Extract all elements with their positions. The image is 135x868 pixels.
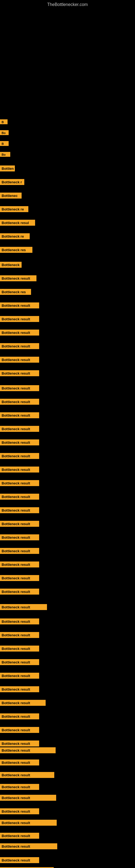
bottleneck-bar-label-38: Bottleneck result — [0, 632, 39, 638]
bottleneck-bar-32: Bottleneck result — [0, 548, 39, 554]
bottleneck-bar-label-3: Bo — [0, 152, 10, 157]
bottleneck-bar-20: Bottleneck result — [0, 385, 39, 391]
bottleneck-bar-label-39: Bottleneck result — [0, 646, 39, 652]
bottleneck-bar-label-29: Bottleneck result — [0, 507, 39, 513]
bottleneck-bar-label-45: Bottleneck result — [0, 727, 39, 733]
bottleneck-bar-19: Bottleneck result — [0, 370, 39, 376]
bottleneck-bar-41: Bottleneck result — [0, 673, 39, 679]
bottleneck-bar-label-36: Bottleneck result — [0, 604, 47, 610]
bottleneck-bar-label-30: Bottleneck result — [0, 521, 39, 527]
bottleneck-bar-27: Bottleneck result — [0, 480, 39, 486]
bottleneck-bar-25: Bottleneck result — [0, 453, 39, 459]
bottleneck-bar-24: Bottleneck result — [0, 439, 39, 445]
bottleneck-bar-36: Bottleneck result — [0, 604, 47, 610]
bottleneck-bar-43: Bottleneck result — [0, 700, 46, 706]
bottleneck-bar-label-23: Bottleneck result — [0, 426, 39, 432]
bottleneck-bar-label-35: Bottleneck result — [0, 589, 39, 595]
bottleneck-bar-9: Bottleneck re — [0, 233, 30, 239]
bottleneck-bar-38: Bottleneck result — [0, 632, 39, 638]
bottleneck-bar-label-46: Bottleneck result — [0, 741, 39, 746]
bottleneck-bar-label-26: Bottleneck result — [0, 467, 39, 472]
bottleneck-bar-52: Bottleneck result — [0, 808, 39, 814]
bottleneck-bar-label-48: Bottleneck result — [0, 760, 39, 766]
bottleneck-bar-label-33: Bottleneck result — [0, 561, 39, 567]
bottleneck-bar-4: Bottlen — [0, 165, 15, 172]
bottleneck-bar-label-41: Bottleneck result — [0, 673, 39, 679]
bottleneck-bar-label-27: Bottleneck result — [0, 480, 39, 486]
bottleneck-bar-23: Bottleneck result — [0, 426, 39, 432]
bottleneck-bar-label-32: Bottleneck result — [0, 548, 39, 554]
bottleneck-bar-label-5: Bottleneck r — [0, 179, 24, 185]
bottleneck-bar-label-0: B — [0, 119, 8, 124]
bottleneck-bar-label-14: Bottleneck result — [0, 303, 39, 308]
bottleneck-bar-37: Bottleneck result — [0, 618, 39, 624]
bottleneck-bar-label-37: Bottleneck result — [0, 618, 39, 624]
bottleneck-bar-label-9: Bottleneck re — [0, 233, 30, 239]
bottleneck-bar-8: Bottleneck resul — [0, 220, 35, 226]
bottleneck-bar-label-51: Bottleneck result — [0, 795, 56, 801]
bottleneck-bar-16: Bottleneck result — [0, 330, 39, 336]
bottleneck-bar-31: Bottleneck result — [0, 534, 39, 540]
bottleneck-bar-label-7: Bottleneck re — [0, 206, 28, 212]
bottleneck-bar-56: Bottleneck result — [0, 857, 39, 863]
bottleneck-bar-46: Bottleneck result — [0, 741, 39, 746]
bottleneck-bar-label-53: Bottleneck result — [0, 820, 57, 826]
bottleneck-bar-label-55: Bottleneck result — [0, 843, 57, 849]
bottleneck-bar-label-13: Bottleneck res — [0, 289, 31, 295]
bottleneck-bar-label-21: Bottleneck result — [0, 399, 39, 405]
bottleneck-bar-51: Bottleneck result — [0, 795, 56, 801]
bottleneck-bar-label-20: Bottleneck result — [0, 385, 39, 391]
bottleneck-bar-label-12: Bottleneck result — [0, 275, 37, 281]
bottleneck-bar-label-4: Bottlen — [0, 165, 15, 172]
bottleneck-bar-label-1: Bo — [0, 130, 9, 135]
bottleneck-bar-12: Bottleneck result — [0, 275, 37, 281]
bottleneck-bar-49: Bottleneck result — [0, 772, 54, 778]
bottleneck-bar-14: Bottleneck result — [0, 303, 39, 308]
bottleneck-bar-28: Bottleneck result — [0, 494, 39, 500]
bottleneck-bar-label-54: Bottleneck result — [0, 833, 39, 839]
bottleneck-bar-label-34: Bottleneck result — [0, 575, 39, 581]
bottleneck-bar-22: Bottleneck result — [0, 412, 39, 418]
bottleneck-bar-30: Bottleneck result — [0, 521, 39, 527]
bottleneck-bar-44: Bottleneck result — [0, 713, 39, 719]
bottleneck-bar-15: Bottleneck result — [0, 316, 39, 322]
bottleneck-bar-5: Bottleneck r — [0, 179, 24, 185]
bottleneck-bar-3: Bo — [0, 152, 10, 157]
bottleneck-bar-label-52: Bottleneck result — [0, 808, 39, 814]
bottleneck-bar-17: Bottleneck result — [0, 343, 39, 349]
bottleneck-bar-33: Bottleneck result — [0, 561, 39, 567]
bottleneck-bar-0: B — [0, 119, 8, 124]
bottleneck-bar-label-49: Bottleneck result — [0, 772, 54, 778]
bottleneck-bar-label-16: Bottleneck result — [0, 330, 39, 336]
bottleneck-bar-11: Bottleneck — [0, 262, 21, 268]
bottleneck-bar-label-24: Bottleneck result — [0, 439, 39, 445]
bottleneck-bar-48: Bottleneck result — [0, 760, 39, 766]
bottleneck-bar-label-43: Bottleneck result — [0, 700, 46, 706]
bars-container: BBoBBoBottlenBottleneck rBottlenecBottle… — [0, 13, 135, 855]
bottleneck-bar-label-25: Bottleneck result — [0, 453, 39, 459]
bottleneck-bar-label-44: Bottleneck result — [0, 713, 39, 719]
bottleneck-bar-label-2: B — [0, 141, 9, 146]
bottleneck-bar-2: B — [0, 141, 9, 146]
bottleneck-bar-label-42: Bottleneck result — [0, 686, 39, 692]
bottleneck-bar-47: Bottleneck result — [0, 747, 56, 753]
bottleneck-bar-54: Bottleneck result — [0, 833, 39, 839]
bottleneck-bar-label-11: Bottleneck — [0, 262, 21, 268]
bottleneck-bar-label-18: Bottleneck result — [0, 357, 39, 363]
bottleneck-bar-55: Bottleneck result — [0, 843, 57, 849]
bottleneck-bar-40: Bottleneck result — [0, 659, 39, 665]
bottleneck-bar-13: Bottleneck res — [0, 289, 31, 295]
bottleneck-bar-39: Bottleneck result — [0, 646, 39, 652]
bottleneck-bar-45: Bottleneck result — [0, 727, 39, 733]
bottleneck-bar-label-47: Bottleneck result — [0, 747, 56, 753]
bottleneck-bar-21: Bottleneck result — [0, 399, 39, 405]
bottleneck-bar-label-17: Bottleneck result — [0, 343, 39, 349]
bottleneck-bar-label-15: Bottleneck result — [0, 316, 39, 322]
bottleneck-bar-label-28: Bottleneck result — [0, 494, 39, 500]
bottleneck-bar-6: Bottlenec — [0, 193, 21, 198]
bottleneck-bar-42: Bottleneck result — [0, 686, 39, 692]
bottleneck-bar-34: Bottleneck result — [0, 575, 39, 581]
bottleneck-bar-label-22: Bottleneck result — [0, 412, 39, 418]
bottleneck-bar-label-6: Bottlenec — [0, 193, 21, 198]
bottleneck-bar-label-56: Bottleneck result — [0, 857, 39, 863]
